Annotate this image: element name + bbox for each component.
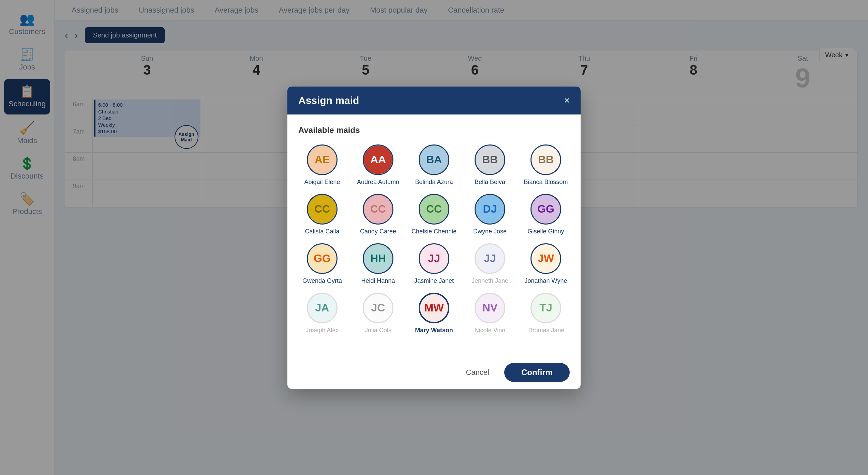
maid-item-dwyne-jose[interactable]: DJDwyne Jose: [466, 194, 514, 235]
maid-name-gwenda: Gwenda Gyrta: [302, 277, 342, 285]
maid-avatar-mary: MW: [419, 293, 449, 323]
maid-item-belinda-azura[interactable]: BABelinda Azura: [410, 144, 458, 186]
maid-avatar-bianca: BB: [530, 144, 561, 175]
maid-item-joseph-alex[interactable]: JAJoseph Alex: [298, 293, 346, 334]
maid-name-jenneth: Jenneth Jane: [472, 277, 508, 285]
maid-avatar-chelsie: CC: [419, 194, 449, 225]
maid-name-giselle: Giselle Ginny: [527, 228, 564, 235]
modal-close-button[interactable]: ×: [564, 95, 570, 106]
maid-item-gwenda-gyrta[interactable]: GGGwenda Gyrta: [298, 243, 346, 285]
modal-title: Assign maid: [298, 95, 359, 106]
maid-name-bella: Bella Belva: [475, 179, 505, 186]
maid-avatar-gwenda: GG: [307, 243, 338, 274]
maid-item-abigail-elene[interactable]: AEAbigail Elene: [298, 144, 346, 186]
maid-avatar-jenneth: JJ: [475, 243, 505, 274]
maid-item-julia-cols[interactable]: JCJulia Cols: [354, 293, 402, 334]
maid-avatar-bella: BB: [475, 144, 505, 175]
maid-avatar-julia: JC: [363, 293, 393, 323]
modal-footer: Cancel Confirm: [287, 356, 581, 389]
maid-avatar-dwyne: DJ: [475, 194, 505, 225]
maid-name-calista: Calista Calla: [305, 228, 339, 235]
modal-header: Assign maid ×: [287, 87, 581, 114]
maid-avatar-calista: CC: [307, 194, 338, 225]
maid-name-heidi: Heidi Hanna: [361, 277, 395, 285]
maid-item-jonathan-wyne[interactable]: JWJonathan Wyne: [522, 243, 570, 285]
maid-avatar-abigail: AE: [307, 144, 338, 175]
maid-item-bella-belva[interactable]: BBBella Belva: [466, 144, 514, 186]
maid-item-mary-watson[interactable]: MWMary Watson: [410, 293, 458, 334]
maid-avatar-thomas: TJ: [530, 293, 561, 323]
maid-avatar-joseph: JA: [307, 293, 338, 323]
maid-avatar-belinda: BA: [419, 144, 449, 175]
available-maids-title: Available maids: [298, 125, 570, 135]
maids-grid: AEAbigail EleneAAAudrea AutumnBABelinda …: [298, 144, 570, 334]
maid-item-heidi-hanna[interactable]: HHHeidi Hanna: [354, 243, 402, 285]
maid-item-jenneth-jane[interactable]: JJJenneth Jane: [466, 243, 514, 285]
maid-name-nicole: Nicole Vinn: [475, 327, 506, 334]
maid-item-calista-calla[interactable]: CCCalista Calla: [298, 194, 346, 235]
maid-avatar-nicole: NV: [475, 293, 505, 323]
maid-item-audrea-autumn[interactable]: AAAudrea Autumn: [354, 144, 402, 186]
maid-item-chelsie-chennie[interactable]: CCChelsie Chennie: [410, 194, 458, 235]
modal-body: Available maids AEAbigail EleneAAAudrea …: [287, 114, 581, 356]
maid-name-chelsie: Chelsie Chennie: [411, 228, 457, 235]
maid-name-dwyne: Dwyne Jose: [473, 228, 507, 235]
maid-name-audrea: Audrea Autumn: [357, 179, 399, 186]
maid-name-belinda: Belinda Azura: [415, 179, 453, 186]
maid-name-bianca: Bianca Blossom: [524, 179, 568, 186]
maid-avatar-audrea: AA: [363, 144, 393, 175]
maid-name-candy: Candy Caree: [360, 228, 396, 235]
maid-item-nicole-vinn[interactable]: NVNicole Vinn: [466, 293, 514, 334]
maid-avatar-jasmine: JJ: [419, 243, 449, 274]
maid-name-thomas: Thomas Jane: [527, 327, 564, 334]
maid-name-jasmine: Jasmine Janet: [414, 277, 454, 285]
assign-maid-modal: Assign maid × Available maids AEAbigail …: [287, 87, 581, 389]
modal-overlay[interactable]: Assign maid × Available maids AEAbigail …: [0, 0, 868, 475]
maid-name-mary: Mary Watson: [415, 327, 453, 334]
maid-name-julia: Julia Cols: [365, 327, 391, 334]
maid-item-jasmine-janet[interactable]: JJJasmine Janet: [410, 243, 458, 285]
maid-avatar-jonathan: JW: [530, 243, 561, 274]
maid-avatar-candy: CC: [363, 194, 393, 225]
maid-item-candy-caree[interactable]: CCCandy Caree: [354, 194, 402, 235]
maid-name-joseph: Joseph Alex: [305, 327, 339, 334]
maid-item-giselle-ginny[interactable]: GGGiselle Ginny: [522, 194, 570, 235]
maid-item-bianca-blossom[interactable]: BBBianca Blossom: [522, 144, 570, 186]
maid-avatar-heidi: HH: [363, 243, 393, 274]
maid-item-thomas-jane[interactable]: TJThomas Jane: [522, 293, 570, 334]
cancel-button[interactable]: Cancel: [458, 363, 497, 382]
maid-name-abigail: Abigail Elene: [304, 179, 340, 186]
maid-avatar-giselle: GG: [530, 194, 561, 225]
maid-name-jonathan: Jonathan Wyne: [525, 277, 567, 285]
confirm-button[interactable]: Confirm: [504, 363, 570, 382]
